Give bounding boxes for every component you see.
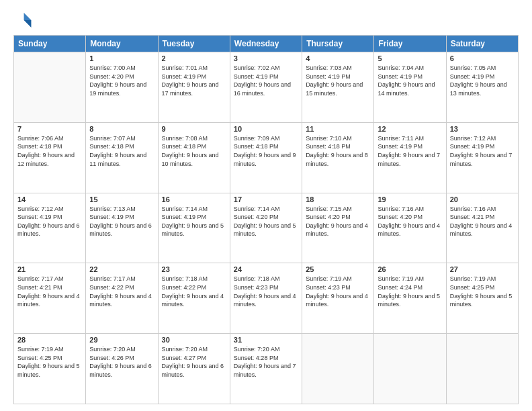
day-info: Sunrise: 7:16 AMSunset: 4:20 PMDaylight:… [378,205,442,238]
calendar-day-cell: 31Sunrise: 7:20 AMSunset: 4:28 PMDayligh… [230,334,302,404]
day-info: Sunrise: 7:14 AMSunset: 4:20 PMDaylight:… [234,205,298,238]
day-info: Sunrise: 7:09 AMSunset: 4:18 PMDaylight:… [234,134,298,168]
page: SundayMondayTuesdayWednesdayThursdayFrid… [0,0,532,411]
calendar-day-cell: 7Sunrise: 7:06 AMSunset: 4:18 PMDaylight… [14,122,86,193]
calendar-day-cell: 14Sunrise: 7:12 AMSunset: 4:19 PMDayligh… [14,193,86,263]
logo-icon [13,11,32,30]
calendar-day-cell: 21Sunrise: 7:17 AMSunset: 4:21 PMDayligh… [14,263,86,334]
day-number: 30 [162,336,226,344]
calendar-day-cell: 23Sunrise: 7:18 AMSunset: 4:22 PMDayligh… [158,263,230,334]
day-info: Sunrise: 7:20 AMSunset: 4:26 PMDaylight:… [89,345,154,379]
calendar-day-cell: 16Sunrise: 7:14 AMSunset: 4:19 PMDayligh… [158,193,230,263]
calendar-table: SundayMondayTuesdayWednesdayThursdayFrid… [13,35,519,404]
day-number: 1 [89,54,154,62]
day-number: 22 [89,265,154,273]
calendar-day-cell: 19Sunrise: 7:16 AMSunset: 4:20 PMDayligh… [374,193,446,263]
day-number: 3 [234,54,298,62]
calendar-day-cell: 20Sunrise: 7:16 AMSunset: 4:21 PMDayligh… [446,193,518,263]
day-info: Sunrise: 7:11 AMSunset: 4:19 PMDaylight:… [378,134,442,168]
day-number: 24 [234,265,298,273]
day-info: Sunrise: 7:10 AMSunset: 4:18 PMDaylight:… [306,134,370,168]
calendar-day-cell: 24Sunrise: 7:18 AMSunset: 4:23 PMDayligh… [230,263,302,334]
day-info: Sunrise: 7:02 AMSunset: 4:19 PMDaylight:… [234,64,298,97]
day-number: 10 [234,125,298,133]
calendar-day-cell: 28Sunrise: 7:19 AMSunset: 4:25 PMDayligh… [14,334,86,404]
calendar-header-row: SundayMondayTuesdayWednesdayThursdayFrid… [14,36,519,52]
calendar-day-cell: 3Sunrise: 7:02 AMSunset: 4:19 PMDaylight… [230,52,302,123]
svg-marker-0 [24,13,32,20]
day-info: Sunrise: 7:19 AMSunset: 4:24 PMDaylight:… [378,275,442,308]
header [13,11,519,30]
calendar-day-cell: 29Sunrise: 7:20 AMSunset: 4:26 PMDayligh… [86,334,158,404]
day-info: Sunrise: 7:19 AMSunset: 4:25 PMDaylight:… [17,345,82,379]
day-info: Sunrise: 7:20 AMSunset: 4:27 PMDaylight:… [162,345,226,379]
day-number: 29 [89,336,154,344]
day-number: 21 [17,265,82,273]
calendar-weekday: Sunday [14,36,86,52]
day-info: Sunrise: 7:07 AMSunset: 4:18 PMDaylight:… [89,134,154,168]
calendar-day-cell: 11Sunrise: 7:10 AMSunset: 4:18 PMDayligh… [302,122,374,193]
day-number: 8 [89,125,154,133]
day-info: Sunrise: 7:16 AMSunset: 4:21 PMDaylight:… [450,205,515,238]
calendar-day-cell: 22Sunrise: 7:17 AMSunset: 4:22 PMDayligh… [86,263,158,334]
calendar-day-cell [446,334,518,404]
calendar-day-cell: 8Sunrise: 7:07 AMSunset: 4:18 PMDaylight… [86,122,158,193]
day-number: 4 [306,54,370,62]
calendar-day-cell: 17Sunrise: 7:14 AMSunset: 4:20 PMDayligh… [230,193,302,263]
day-number: 14 [17,195,82,203]
day-number: 11 [306,125,370,133]
calendar-week-row: 21Sunrise: 7:17 AMSunset: 4:21 PMDayligh… [14,263,519,334]
day-info: Sunrise: 7:06 AMSunset: 4:18 PMDaylight:… [17,134,82,168]
calendar-weekday: Friday [374,36,446,52]
day-info: Sunrise: 7:20 AMSunset: 4:28 PMDaylight:… [234,345,298,379]
calendar-day-cell: 2Sunrise: 7:01 AMSunset: 4:19 PMDaylight… [158,52,230,123]
day-info: Sunrise: 7:17 AMSunset: 4:21 PMDaylight:… [17,275,82,308]
day-number: 19 [378,195,442,203]
calendar-weekday: Wednesday [230,36,302,52]
calendar-weekday: Monday [86,36,158,52]
day-number: 9 [162,125,226,133]
calendar-week-row: 28Sunrise: 7:19 AMSunset: 4:25 PMDayligh… [14,334,519,404]
calendar-day-cell [14,52,86,123]
calendar-day-cell: 15Sunrise: 7:13 AMSunset: 4:19 PMDayligh… [86,193,158,263]
day-info: Sunrise: 7:13 AMSunset: 4:19 PMDaylight:… [89,205,154,238]
day-number: 6 [450,54,515,62]
day-number: 25 [306,265,370,273]
svg-marker-1 [24,20,32,28]
calendar-weekday: Thursday [302,36,374,52]
calendar-week-row: 1Sunrise: 7:00 AMSunset: 4:20 PMDaylight… [14,52,519,123]
day-info: Sunrise: 7:00 AMSunset: 4:20 PMDaylight:… [89,64,154,97]
day-info: Sunrise: 7:08 AMSunset: 4:18 PMDaylight:… [162,134,226,168]
day-info: Sunrise: 7:04 AMSunset: 4:19 PMDaylight:… [378,64,442,97]
day-number: 20 [450,195,515,203]
calendar-week-row: 7Sunrise: 7:06 AMSunset: 4:18 PMDaylight… [14,122,519,193]
day-info: Sunrise: 7:19 AMSunset: 4:23 PMDaylight:… [306,275,370,308]
day-info: Sunrise: 7:14 AMSunset: 4:19 PMDaylight:… [162,205,226,238]
calendar-day-cell: 5Sunrise: 7:04 AMSunset: 4:19 PMDaylight… [374,52,446,123]
day-info: Sunrise: 7:05 AMSunset: 4:19 PMDaylight:… [450,64,515,97]
calendar-day-cell: 18Sunrise: 7:15 AMSunset: 4:20 PMDayligh… [302,193,374,263]
day-number: 5 [378,54,442,62]
day-number: 15 [89,195,154,203]
calendar-day-cell: 26Sunrise: 7:19 AMSunset: 4:24 PMDayligh… [374,263,446,334]
day-number: 23 [162,265,226,273]
calendar-day-cell: 6Sunrise: 7:05 AMSunset: 4:19 PMDaylight… [446,52,518,123]
day-number: 13 [450,125,515,133]
calendar-day-cell: 12Sunrise: 7:11 AMSunset: 4:19 PMDayligh… [374,122,446,193]
day-number: 18 [306,195,370,203]
calendar-day-cell [374,334,446,404]
day-number: 31 [234,336,298,344]
calendar-day-cell: 10Sunrise: 7:09 AMSunset: 4:18 PMDayligh… [230,122,302,193]
day-info: Sunrise: 7:12 AMSunset: 4:19 PMDaylight:… [450,134,515,168]
day-info: Sunrise: 7:18 AMSunset: 4:23 PMDaylight:… [234,275,298,308]
calendar-day-cell: 9Sunrise: 7:08 AMSunset: 4:18 PMDaylight… [158,122,230,193]
day-info: Sunrise: 7:17 AMSunset: 4:22 PMDaylight:… [89,275,154,308]
calendar-weekday: Tuesday [158,36,230,52]
day-number: 27 [450,265,515,273]
calendar-week-row: 14Sunrise: 7:12 AMSunset: 4:19 PMDayligh… [14,193,519,263]
day-number: 2 [162,54,226,62]
day-info: Sunrise: 7:18 AMSunset: 4:22 PMDaylight:… [162,275,226,308]
day-number: 17 [234,195,298,203]
calendar-day-cell [302,334,374,404]
day-info: Sunrise: 7:03 AMSunset: 4:19 PMDaylight:… [306,64,370,97]
